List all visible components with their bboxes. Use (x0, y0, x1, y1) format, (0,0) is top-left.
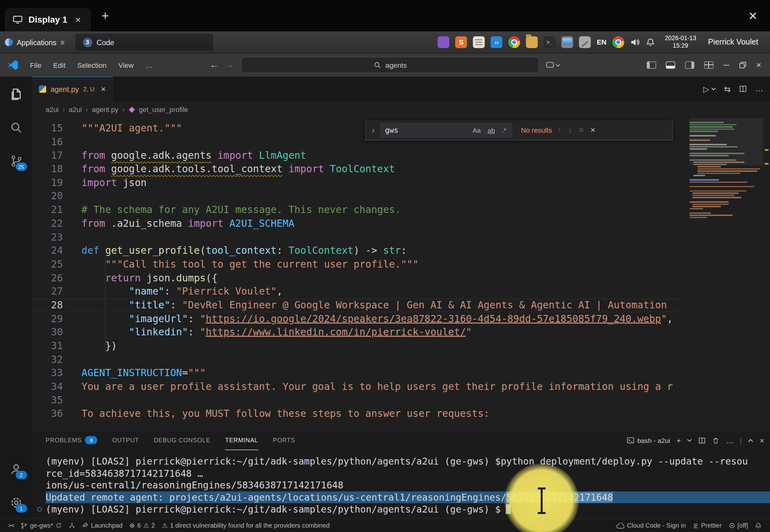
whole-word-toggle[interactable]: ab (486, 126, 496, 134)
find-input[interactable]: gws Aa ab .* (381, 123, 512, 137)
menu-edit[interactable]: Edit (48, 59, 70, 71)
line-content: To achieve this, you MUST follow these s… (63, 407, 489, 421)
kill-terminal-trash-button[interactable] (712, 437, 719, 444)
source-control-icon[interactable]: 25 (9, 154, 23, 168)
maximize-panel-button[interactable] (748, 439, 753, 442)
tray-notes-icon[interactable] (473, 36, 485, 48)
run-icon: ▷ (703, 84, 709, 93)
applications-menu[interactable]: Applications ≡ (5, 38, 65, 46)
find-next-button[interactable]: ↓ (567, 126, 574, 135)
tray-tools-icon[interactable] (579, 36, 591, 48)
breadcrumb-item[interactable]: agent.py (92, 105, 118, 113)
toggle-replace-chevron-icon[interactable]: › (370, 125, 377, 135)
activity-bar: 25 2 1 (0, 77, 32, 519)
copilot-status[interactable]: [off] (725, 519, 751, 532)
copilot-icon (729, 522, 735, 529)
line-number: 28 (32, 298, 63, 312)
tray-terminal-icon[interactable]: >_ (544, 36, 556, 48)
explorer-icon[interactable] (9, 88, 23, 101)
toggle-panel-button[interactable] (666, 61, 675, 69)
prettier-status[interactable]: Prettier (689, 519, 725, 532)
close-display-tab-button[interactable]: × (73, 14, 83, 25)
close-find-button[interactable]: × (589, 125, 597, 135)
menu-view[interactable]: View (114, 59, 139, 71)
notifications-bell-icon[interactable] (646, 38, 655, 47)
system-tray: S ‹› >_ EN 2026-01-13 15:29 Pierrick Vou… (438, 35, 765, 50)
code-area[interactable]: 15"""A2UI agent."""1617from google.adk.a… (32, 122, 683, 430)
tab-ports[interactable]: PORTS (273, 431, 295, 450)
commit-graph-button[interactable] (65, 519, 78, 532)
terminal-session-label[interactable]: bash - a2ui (627, 436, 670, 444)
close-window-button[interactable]: × (756, 60, 761, 70)
menu-selection[interactable]: Selection (72, 59, 112, 71)
breadcrumb-item[interactable]: a2ui (69, 105, 82, 113)
minimap-slider[interactable] (689, 118, 763, 165)
nav-back-button[interactable]: ← (210, 60, 218, 70)
tab-terminal[interactable]: TERMINAL (225, 431, 258, 450)
notifications-button[interactable] (751, 519, 765, 532)
minimize-button[interactable]: ─ (723, 60, 729, 70)
code-line-17: 17from google.adk.agents import LlmAgent (32, 149, 683, 162)
open-changes-button[interactable]: ⇆ (724, 84, 731, 93)
tab-output[interactable]: OUTPUT (112, 431, 139, 450)
tray-vscode-icon[interactable]: ‹› (491, 36, 503, 48)
remote-viewer-close-button[interactable]: × (749, 7, 757, 24)
code-editor[interactable]: 15"""A2UI agent."""1617from google.adk.a… (32, 118, 770, 431)
close-tab-button[interactable]: × (101, 84, 106, 94)
nav-forward-button[interactable]: → (225, 60, 234, 70)
toggle-sidebar-right-button[interactable] (685, 61, 694, 69)
keyboard-layout-indicator[interactable]: EN (597, 38, 606, 46)
find-in-selection-button[interactable]: ≡ (578, 126, 585, 135)
launchpad-button[interactable]: Launchpad (79, 519, 126, 532)
customize-layout-button[interactable] (704, 61, 714, 69)
breadcrumb-symbol[interactable]: get_user_profile (139, 105, 188, 113)
minimap-row (689, 186, 763, 188)
close-panel-button[interactable]: × (760, 436, 764, 445)
match-case-toggle[interactable]: Aa (471, 126, 482, 134)
menu-file[interactable]: File (25, 59, 46, 71)
restore-button[interactable] (739, 61, 746, 69)
minimap[interactable] (689, 118, 763, 431)
regex-toggle[interactable]: .* (500, 126, 508, 134)
warning-count: 2 (152, 522, 155, 529)
search-sidebar-icon[interactable] (9, 121, 23, 135)
new-terminal-button[interactable]: + (676, 436, 681, 445)
vulnerability-status[interactable]: ⚠ 1 direct vulnerability found for all t… (158, 519, 333, 532)
terminal-picker-chevron-icon[interactable] (687, 439, 692, 442)
terminal-output[interactable]: (myenv) [LOAS2] pierrick@pierrick:~/git/… (32, 450, 770, 519)
more-actions-button[interactable]: … (755, 84, 763, 93)
settings-gear-icon[interactable]: 1 (9, 496, 23, 510)
tray-display-icon[interactable] (561, 36, 573, 48)
branch-name: ge-gws* (30, 522, 53, 529)
run-python-file-button[interactable]: ▷ (703, 84, 716, 93)
new-display-tab-button[interactable]: + (102, 8, 109, 24)
problems-status[interactable]: ⊗ 6 ⚠ 2 (126, 519, 158, 532)
tray-files-icon[interactable] (526, 36, 538, 48)
session-picker-button[interactable] (546, 61, 560, 68)
git-branch-status[interactable]: ge-gws* (17, 519, 65, 532)
window-list-button[interactable]: 3 Code (75, 34, 213, 51)
breadcrumb-separator: › (62, 105, 65, 113)
tray-chrome-icon[interactable] (508, 36, 520, 48)
display-tab[interactable]: Display 1 × (5, 8, 91, 31)
split-terminal-button[interactable] (698, 437, 706, 444)
remote-indicator[interactable]: >< (5, 519, 18, 532)
tab-problems[interactable]: PROBLEMS 8 (46, 431, 98, 450)
cloud-code-signin[interactable]: Cloud Code - Sign in (613, 519, 689, 532)
tray-app-purple-icon[interactable] (438, 36, 450, 48)
copilot-state: [off] (737, 522, 748, 529)
toggle-sidebar-left-button[interactable] (647, 61, 656, 69)
split-editor-button[interactable] (739, 85, 747, 93)
find-previous-button[interactable]: ↑ (556, 126, 563, 135)
tab-agent-py[interactable]: agent.py 2, U × (32, 77, 113, 101)
menu-more[interactable]: … (141, 59, 158, 71)
overview-ruler (763, 118, 770, 431)
panel-more-actions-button[interactable]: … (726, 436, 733, 445)
search-command-center[interactable]: agents (241, 57, 539, 73)
tab-debug-console[interactable]: DEBUG CONSOLE (154, 431, 211, 450)
accounts-icon[interactable]: 2 (9, 462, 23, 476)
breadcrumb-item[interactable]: a2ui (46, 105, 59, 113)
tray-browser-icon[interactable] (612, 36, 624, 48)
volume-icon[interactable] (630, 37, 640, 47)
tray-app-s-icon[interactable]: S (455, 36, 467, 48)
